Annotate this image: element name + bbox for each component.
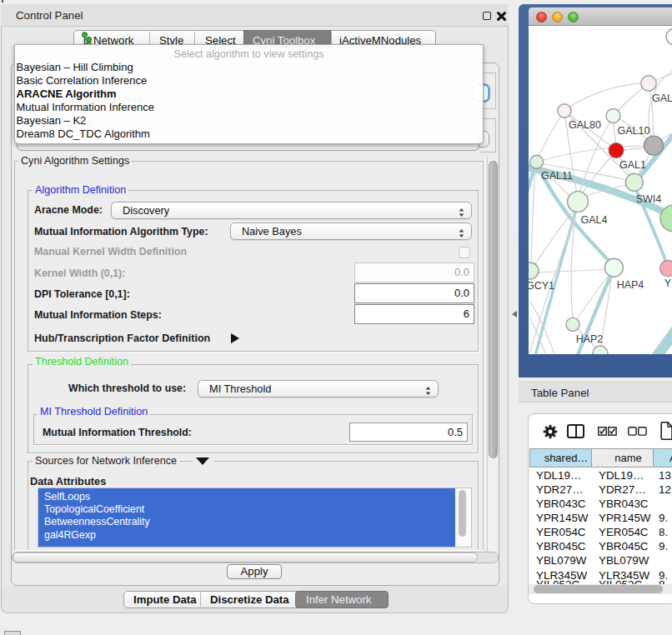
svg-text:GCY1: GCY1	[529, 280, 554, 292]
svg-text:GAL11: GAL11	[541, 170, 573, 182]
svg-text:GAL7: GAL7	[652, 92, 672, 104]
svg-text:GAL4: GAL4	[581, 214, 608, 226]
svg-text:GAL10: GAL10	[618, 125, 650, 137]
svg-text:HAP2: HAP2	[576, 333, 604, 345]
svg-text:HAP4: HAP4	[617, 279, 644, 291]
svg-text:GAL80: GAL80	[569, 119, 601, 131]
svg-text:SWI4: SWI4	[636, 193, 662, 205]
svg-text:GAL1: GAL1	[619, 159, 646, 171]
svg-text:Y: Y	[664, 278, 672, 289]
